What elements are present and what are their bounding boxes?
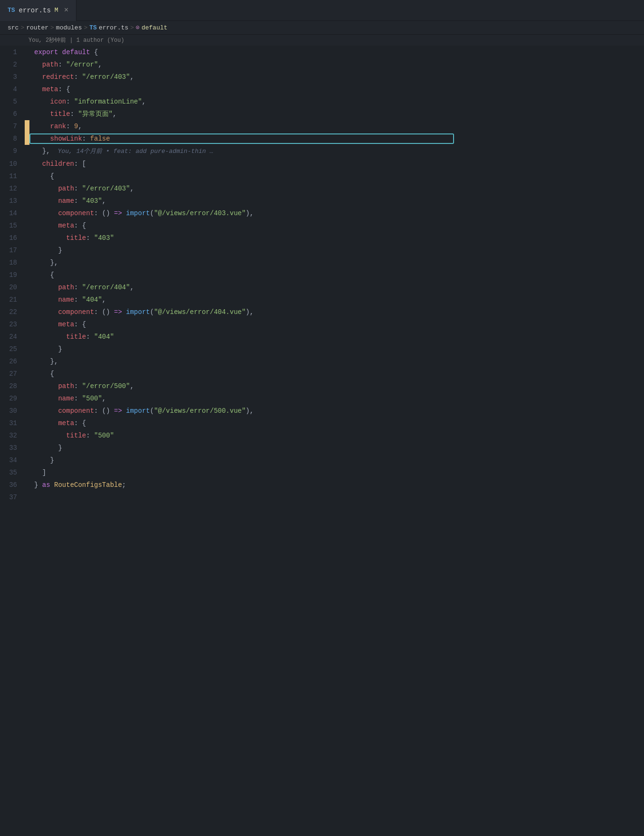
line-number: 15: [0, 219, 25, 232]
breadcrumb-modules[interactable]: modules: [56, 24, 82, 31]
line-content: name: "404",: [29, 294, 644, 306]
tab-filename: error.ts: [19, 7, 51, 14]
code-line: 24 title: "404": [0, 331, 644, 343]
git-blame-header: You, 2秒钟前 | 1 author (You): [0, 35, 644, 46]
code-line: 31 meta: {: [0, 417, 644, 429]
breadcrumb-symbol-icon: ⊙: [136, 24, 140, 31]
code-line: 21 name: "404",: [0, 294, 644, 306]
code-line: 37: [0, 491, 644, 504]
code-line: 29 name: "500",: [0, 392, 644, 405]
code-line: 27 {: [0, 368, 644, 380]
line-number: 26: [0, 355, 25, 368]
line-gutter: [25, 479, 29, 491]
code-line: 25 }: [0, 343, 644, 355]
code-line: 17 }: [0, 244, 644, 256]
line-number: 22: [0, 306, 25, 318]
line-content: meta: {: [29, 417, 644, 429]
editor-tab[interactable]: TS error.ts M ×: [0, 0, 76, 21]
line-gutter: [25, 58, 29, 71]
line-gutter: [25, 491, 29, 504]
breadcrumb-file[interactable]: error.ts: [99, 24, 128, 31]
code-line: 30 component: () => import("@/views/erro…: [0, 405, 644, 417]
line-gutter: [25, 318, 29, 331]
line-number: 6: [0, 108, 25, 120]
code-line: 11 {: [0, 170, 644, 182]
line-number: 30: [0, 405, 25, 417]
line-number: 3: [0, 71, 25, 83]
line-content: component: () => import("@/views/error/4…: [29, 207, 644, 219]
code-line: 4 meta: {: [0, 83, 644, 95]
code-line: 34 }: [0, 454, 644, 466]
line-content: },: [29, 256, 644, 269]
line-gutter: [25, 429, 29, 442]
line-content: {: [29, 368, 644, 380]
line-gutter: [25, 306, 29, 318]
line-gutter: [25, 417, 29, 429]
code-line: 22 component: () => import("@/views/erro…: [0, 306, 644, 318]
breadcrumb-src[interactable]: src: [8, 24, 19, 31]
line-number: 36: [0, 479, 25, 491]
code-line: 26 },: [0, 355, 644, 368]
line-gutter: [25, 158, 29, 170]
line-content: children: [: [29, 158, 644, 170]
line-content: name: "403",: [29, 195, 644, 207]
line-number: 33: [0, 442, 25, 454]
line-content: component: () => import("@/views/error/4…: [29, 306, 644, 318]
tab-modified-indicator: M: [55, 7, 58, 14]
line-number: 31: [0, 417, 25, 429]
line-number: 16: [0, 232, 25, 244]
line-gutter: [25, 145, 29, 158]
line-content: },You, 14个月前 • feat: add pure-admin-thin…: [29, 145, 644, 158]
line-number: 35: [0, 466, 25, 479]
line-number: 12: [0, 182, 25, 195]
line-content: path: "/error/500",: [29, 380, 644, 392]
line-number: 11: [0, 170, 25, 182]
line-number: 25: [0, 343, 25, 355]
code-line: 15 meta: {: [0, 219, 644, 232]
line-content: {: [29, 269, 644, 281]
line-number: 24: [0, 331, 25, 343]
line-content: name: "500",: [29, 392, 644, 405]
code-line: 8 showLink: false: [0, 133, 644, 145]
line-gutter: [25, 392, 29, 405]
line-gutter: [25, 219, 29, 232]
line-gutter: [25, 405, 29, 417]
breadcrumb-router[interactable]: router: [26, 24, 48, 31]
line-content: export default {: [29, 46, 644, 58]
line-number: 18: [0, 256, 25, 269]
line-number: 4: [0, 83, 25, 95]
line-number: 27: [0, 368, 25, 380]
code-line: 10 children: [: [0, 158, 644, 170]
code-line: 23 meta: {: [0, 318, 644, 331]
breadcrumb-sep4: >: [130, 24, 134, 31]
line-gutter: [25, 355, 29, 368]
line-gutter: [25, 71, 29, 83]
code-line: 16 title: "403": [0, 232, 644, 244]
code-line: 6 title: "异常页面",: [0, 108, 644, 120]
code-line: 3 redirect: "/error/403",: [0, 71, 644, 83]
line-number: 1: [0, 46, 25, 58]
line-content: [29, 491, 644, 504]
line-content: }: [29, 343, 644, 355]
blame-text: You, 2秒钟前 | 1 author (You): [28, 37, 124, 44]
line-number: 2: [0, 58, 25, 71]
line-number: 13: [0, 195, 25, 207]
line-number: 23: [0, 318, 25, 331]
code-line: 20 path: "/error/404",: [0, 281, 644, 294]
line-content: showLink: false: [29, 133, 644, 145]
code-line: 1export default {: [0, 46, 644, 58]
line-content: {: [29, 170, 644, 182]
line-number: 10: [0, 158, 25, 170]
line-gutter: [25, 368, 29, 380]
code-line: 33 }: [0, 442, 644, 454]
tab-close-button[interactable]: ×: [64, 6, 69, 15]
breadcrumb-ts-badge: TS: [89, 24, 97, 31]
line-content: title: "403": [29, 232, 644, 244]
line-number: 14: [0, 207, 25, 219]
line-gutter: [25, 343, 29, 355]
breadcrumb-symbol: default: [142, 24, 168, 31]
line-gutter: [25, 244, 29, 256]
line-content: path: "/error",: [29, 58, 644, 71]
line-number: 5: [0, 95, 25, 108]
line-gutter: [25, 454, 29, 466]
